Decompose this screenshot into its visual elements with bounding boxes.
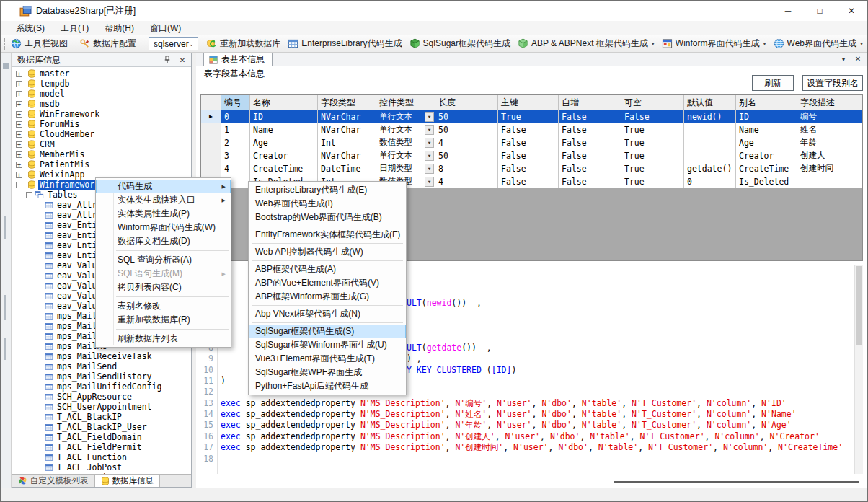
tree-node-table[interactable]: mps_MailUnifiedConfig <box>12 382 191 392</box>
set-field-alias-button[interactable]: 设置字段别名 <box>802 75 863 91</box>
grid-cell[interactable] <box>684 149 736 162</box>
menu-tools[interactable]: 工具(T) <box>53 21 97 35</box>
menu-item[interactable]: Abp VNext框架代码生成(N) <box>249 307 406 321</box>
grid-cell[interactable]: 50 <box>435 110 498 123</box>
grid-cell[interactable]: 4 <box>435 136 498 149</box>
menu-item[interactable]: 重新加载数据库(R) <box>96 313 231 327</box>
maximize-button[interactable]: □ <box>804 1 836 21</box>
grid-cell[interactable]: 2 <box>221 136 250 149</box>
grid-cell[interactable]: newid() <box>684 110 736 123</box>
tree-node-table[interactable]: mps_MailSend <box>12 361 191 371</box>
tree-node-database[interactable]: +msdb <box>12 99 191 109</box>
grid-column-header[interactable]: 长度 <box>435 95 498 110</box>
toolbar-abp-button[interactable]: ABP & ABPNext 框架代码生成▾ <box>514 36 658 52</box>
grid-cell[interactable]: NVarChar <box>318 123 376 136</box>
grid-column-header[interactable]: 名称 <box>250 95 318 110</box>
menu-item[interactable]: ABP框架代码生成(A) <box>249 263 406 276</box>
panel-close-icon[interactable]: ✕ <box>177 56 188 64</box>
tree-node-database[interactable]: +master <box>12 69 191 79</box>
grid-cell[interactable]: Age <box>250 136 318 149</box>
tree-node-database[interactable]: +MemberMis <box>12 149 191 159</box>
grid-cell[interactable]: True <box>621 149 684 162</box>
tree-node-table[interactable]: T_ACL_Function <box>12 452 191 462</box>
tree-node-table[interactable]: mps_MailSendHistory <box>12 371 191 382</box>
refresh-button[interactable]: 刷新 <box>752 75 794 91</box>
menu-item[interactable]: 表别名修改 <box>96 299 231 313</box>
menu-item[interactable]: 实体类属性生成(P) <box>96 207 231 221</box>
minimize-button[interactable]: ─ <box>772 1 804 21</box>
grid-cell[interactable]: Name <box>736 123 797 136</box>
cell-dropdown-button[interactable]: ▼ <box>425 112 434 122</box>
menu-item[interactable]: 刷新数据库列表 <box>96 332 231 345</box>
tree-node-database[interactable]: +model <box>12 89 191 99</box>
tree-node-table[interactable]: T_ACL_JobPost <box>12 462 191 472</box>
grid-cell[interactable]: 单行文本▼ <box>376 149 435 162</box>
grid-cell[interactable]: 单行文本▼ <box>376 110 435 123</box>
grid-cell[interactable]: 4 <box>435 175 498 188</box>
pin-icon[interactable] <box>164 56 175 64</box>
toolbar-winform-button[interactable]: Winform界面代码生成▾ <box>658 36 770 52</box>
grid-cell[interactable] <box>684 136 736 149</box>
database-type-combobox[interactable]: sqlserver⌄ <box>149 37 198 50</box>
grid-row-header[interactable] <box>201 136 221 149</box>
tree-node-database[interactable]: +CloudMember <box>12 129 191 139</box>
tree-node-table[interactable]: mps_MailReceiveTask <box>12 351 191 361</box>
tree-node-database[interactable]: +CRM <box>12 139 191 149</box>
toolbar-entlib-button[interactable]: EnterpriseLibrary代码生成 <box>284 36 405 52</box>
grid-cell[interactable]: Creator <box>736 149 797 162</box>
toolbar-grip[interactable] <box>4 38 5 50</box>
grid-cell[interactable]: NVarChar <box>318 110 376 123</box>
grid-column-header[interactable]: 别名 <box>736 95 797 110</box>
toolbar-config-button[interactable]: 数据库配置 <box>76 36 140 52</box>
menu-item[interactable]: 拷贝列表内容(C) <box>96 281 231 294</box>
dropdown-arrow-icon[interactable]: ▾ <box>763 40 766 47</box>
grid-column-header[interactable]: 默认值 <box>684 95 736 110</box>
expand-icon[interactable]: + <box>16 81 22 87</box>
grid-cell[interactable]: 0 <box>221 110 250 123</box>
grid-cell[interactable]: CreateTime <box>250 162 318 175</box>
grid-column-header[interactable]: 可空 <box>621 95 684 110</box>
grid-cell[interactable]: False <box>498 162 559 175</box>
expand-icon[interactable]: + <box>16 162 22 168</box>
document-close-icon[interactable]: ✕ <box>853 55 863 63</box>
cell-dropdown-button[interactable]: ▼ <box>425 164 434 174</box>
menu-item[interactable]: 数据库文档生成(D) <box>96 234 231 248</box>
grid-cell[interactable]: Creator <box>250 149 318 162</box>
grid-cell[interactable]: False <box>498 149 559 162</box>
grid-cell[interactable]: 姓名 <box>797 123 862 136</box>
tree-node-table[interactable]: T_ACL_BlackIP <box>12 412 191 422</box>
menu-window[interactable]: 窗口(W) <box>142 21 189 35</box>
grid-cell[interactable]: False <box>559 175 621 188</box>
tree-node-table[interactable]: SCH_UserAppointment <box>12 402 191 412</box>
grid-cell[interactable]: 1 <box>221 123 250 136</box>
menu-item[interactable]: SQL 查询分析器(A) <box>96 253 231 267</box>
grid-cell[interactable]: 年龄 <box>797 136 862 149</box>
grid-cell[interactable]: getdate() <box>684 162 736 175</box>
grid-column-header[interactable]: 编号 <box>221 95 250 110</box>
grid-cell[interactable]: False <box>498 136 559 149</box>
tree-node-table[interactable]: T_ACL_BlackIP_User <box>12 422 191 432</box>
grid-cell[interactable]: False <box>559 162 621 175</box>
grid-cell[interactable]: DateTime <box>318 162 376 175</box>
grid-cell[interactable]: 4 <box>221 162 250 175</box>
tree-node-table[interactable]: T_ACL_FieldPermit <box>12 442 191 452</box>
tree-node-table[interactable]: T_ACL_FieldDomain <box>12 432 191 442</box>
menu-help[interactable]: 帮助(H) <box>97 21 142 35</box>
grid-cell[interactable]: Int <box>318 136 376 149</box>
grid-cell[interactable]: 编号 <box>797 110 862 123</box>
grid-cell[interactable]: Is_Deleted <box>736 175 797 188</box>
menu-item[interactable]: Web API控制器代码生成(W) <box>249 245 406 259</box>
menu-item[interactable]: Python+FastApi后端代码生成 <box>249 379 406 393</box>
collapse-icon[interactable]: - <box>26 192 32 198</box>
grid-row-header[interactable] <box>201 123 221 136</box>
grid-cell[interactable]: True <box>621 162 684 175</box>
menu-item[interactable]: ABP框架Winform界面生成(G) <box>249 290 406 304</box>
menu-item[interactable]: Web界面代码生成(I) <box>249 197 406 211</box>
grid-cell[interactable]: 日期类型▼ <box>376 162 435 175</box>
grid-cell[interactable]: False <box>559 123 621 136</box>
menu-item[interactable]: ABP的Vue+Element界面代码(V) <box>249 276 406 290</box>
grid-cell[interactable] <box>797 175 862 188</box>
grid-cell[interactable]: True <box>621 123 684 136</box>
expand-icon[interactable]: + <box>16 131 22 138</box>
menu-item[interactable]: Vue3+Element界面代码生成(T) <box>249 352 406 366</box>
